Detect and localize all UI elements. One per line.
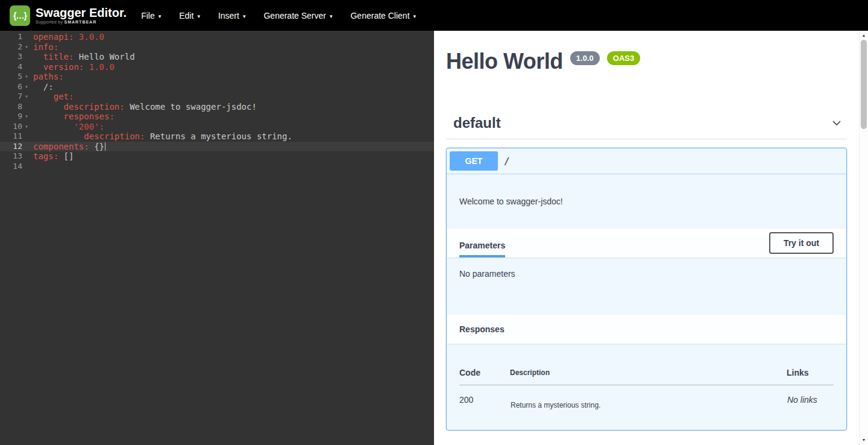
- code-token: [33, 52, 43, 62]
- code-token: Returns a mysterious string.: [145, 131, 292, 141]
- menu-insert[interactable]: Insert▾: [218, 11, 246, 21]
- swagger-ui-preview: Hello World 1.0.0 OAS3 default GET / Wel…: [434, 31, 859, 445]
- operation-summary[interactable]: GET /: [447, 148, 846, 174]
- gutter-line-10: 10▾: [0, 122, 29, 132]
- gutter-line-2: 2▾: [0, 42, 29, 52]
- gutter-line-9: 9▾: [0, 112, 29, 122]
- fold-toggle-icon[interactable]: ▾: [25, 92, 28, 102]
- menu-label: Generate Client: [350, 11, 409, 21]
- code-line-11[interactable]: description: Returns a mysterious string…: [29, 131, 434, 142]
- menu-generate-client[interactable]: Generate Client▾: [350, 11, 416, 21]
- code-line-14[interactable]: [29, 162, 434, 172]
- gutter-line-12: 12: [0, 142, 29, 152]
- code-token: version:: [43, 62, 84, 72]
- responses-table-header: CodeDescriptionLinks: [459, 368, 834, 385]
- code-token: [33, 92, 54, 101]
- version-badge: 1.0.0: [570, 51, 600, 65]
- gutter-line-8: 8: [0, 102, 29, 112]
- gutter-line-6: 6▾: [0, 82, 29, 92]
- line-number: 6: [17, 82, 22, 91]
- line-number: 2: [17, 42, 22, 51]
- menu-edit[interactable]: Edit▾: [179, 11, 200, 21]
- code-token: [33, 112, 64, 121]
- fold-toggle-icon[interactable]: ▾: [25, 42, 28, 52]
- line-number: 13: [13, 151, 22, 160]
- menu-label: Generate Server: [263, 11, 326, 21]
- response-links: No links: [787, 385, 834, 431]
- fold-toggle-icon[interactable]: ▾: [25, 72, 28, 82]
- code-token: info:: [33, 42, 58, 52]
- line-number: 4: [17, 62, 22, 71]
- gutter-line-14: 14: [0, 162, 29, 172]
- code-token: [33, 62, 43, 72]
- chevron-down-icon[interactable]: [831, 117, 843, 129]
- scroll-down-arrow-icon[interactable]: ▼: [860, 437, 868, 443]
- code-line-3[interactable]: title: Hello World: [29, 52, 434, 62]
- code-line-13[interactable]: tags: []: [29, 151, 434, 162]
- topbar: {…} Swagger Editor. Supported by SMARTBE…: [0, 0, 868, 31]
- tab-parameters[interactable]: Parameters: [459, 241, 505, 257]
- try-it-out-button[interactable]: Try it out: [769, 232, 834, 254]
- code-line-8[interactable]: description: Welcome to swagger-jsdoc!: [29, 102, 434, 112]
- yaml-editor[interactable]: 12▾345▾6▾7▾89▾10▾11121314 openapi: 3.0.0…: [0, 31, 434, 445]
- code-line-12[interactable]: components: {}: [29, 142, 434, 152]
- tag-section-default[interactable]: default: [446, 115, 847, 139]
- code-line-6[interactable]: /:: [29, 82, 434, 92]
- code-token: responses:: [64, 112, 115, 121]
- scroll-up-arrow-icon[interactable]: ▲: [860, 33, 868, 39]
- no-parameters-text: No parameters: [447, 257, 846, 315]
- line-number: 12: [13, 142, 22, 151]
- menu-label: Edit: [179, 11, 193, 21]
- vertical-scrollbar[interactable]: ▲ ▼: [859, 31, 868, 445]
- response-row: 200Returns a mysterious string.No links: [459, 385, 834, 431]
- code-token: [33, 131, 84, 141]
- brand-text: Swagger Editor. Supported by SMARTBEAR: [36, 7, 127, 24]
- menu-label: File: [141, 11, 155, 21]
- code-token: [33, 102, 64, 112]
- editor-gutter: 12▾345▾6▾7▾89▾10▾11121314: [0, 32, 29, 445]
- api-title: Hello World: [446, 51, 563, 72]
- code-line-10[interactable]: '200':: [29, 122, 434, 132]
- gutter-line-11: 11: [0, 131, 29, 142]
- brand-subtitle-pre: Supported by: [36, 20, 63, 24]
- api-info-header: Hello World 1.0.0 OAS3: [446, 51, 847, 72]
- brand-subtitle: Supported by SMARTBEAR: [36, 20, 127, 24]
- caret-down-icon: ▾: [243, 13, 246, 19]
- table-header-code: Code: [459, 368, 510, 385]
- scrollbar-thumb[interactable]: [861, 40, 867, 129]
- parameters-header: Parameters Try it out: [447, 229, 846, 257]
- responses-header: Responses: [447, 315, 846, 344]
- code-token: description:: [64, 102, 125, 112]
- code-line-7[interactable]: get:: [29, 92, 434, 102]
- code-token: title:: [43, 52, 74, 62]
- table-header-description: Description: [510, 368, 787, 385]
- editor-code[interactable]: openapi: 3.0.0info: title: Hello World v…: [29, 32, 434, 445]
- oas-badge: OAS3: [607, 51, 640, 65]
- code-line-4[interactable]: version: 1.0.0: [29, 62, 434, 72]
- fold-toggle-icon[interactable]: ▾: [25, 122, 28, 132]
- code-line-2[interactable]: info:: [29, 42, 434, 52]
- operation-description: Welcome to swagger-jsdoc!: [447, 174, 846, 229]
- code-token: 3.0.0: [74, 32, 104, 42]
- gutter-line-7: 7▾: [0, 92, 29, 102]
- code-token: get:: [54, 92, 74, 101]
- tag-name: default: [446, 115, 501, 131]
- gutter-line-13: 13: [0, 151, 29, 162]
- menu-generate-server[interactable]: Generate Server▾: [263, 11, 332, 21]
- line-number: 8: [17, 102, 22, 111]
- fold-toggle-icon[interactable]: ▾: [25, 112, 28, 122]
- code-token: Hello World: [74, 52, 134, 62]
- gutter-line-4: 4: [0, 62, 29, 72]
- code-line-5[interactable]: paths:: [29, 72, 434, 82]
- menu-file[interactable]: File▾: [141, 11, 161, 21]
- responses-table-wrapper: CodeDescriptionLinks 200Returns a myster…: [447, 344, 846, 430]
- code-line-9[interactable]: responses:: [29, 112, 434, 122]
- swagger-editor-brand: {…} Swagger Editor. Supported by SMARTBE…: [10, 5, 127, 26]
- line-number: 7: [17, 92, 22, 101]
- table-header-links: Links: [787, 368, 834, 385]
- caret-down-icon: ▾: [414, 13, 417, 19]
- code-line-1[interactable]: openapi: 3.0.0: [29, 32, 434, 42]
- opblock-get: GET / Welcome to swagger-jsdoc! Paramete…: [446, 148, 847, 431]
- gutter-line-1: 1: [0, 32, 29, 42]
- fold-toggle-icon[interactable]: ▾: [25, 82, 28, 92]
